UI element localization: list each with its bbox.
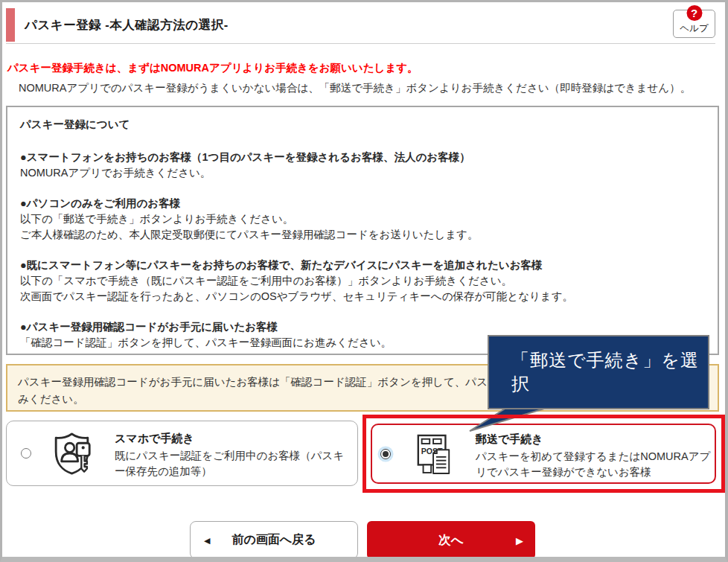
callout-label: 「郵送で手続き」を選択 <box>511 348 708 396</box>
page-frame: パスキー登録 -本人確認方法の選択- ? ヘルプ パスキー登録手続きは、まずはN… <box>0 0 728 562</box>
back-button-label: 前の画面へ戻る <box>232 532 316 548</box>
left-arrow-icon: ◀ <box>204 535 210 545</box>
option-card-smartphone[interactable]: スマホで手続き 既にパスキー認証をご利用中のお客様（パスキー保存先の追加等） <box>6 421 358 486</box>
passkey-shield-key-icon <box>51 432 92 476</box>
section-heading: ●スマートフォンをお持ちのお客様（1つ目のパスキーを登録されるお客様、法人のお客… <box>20 150 705 165</box>
info-section: ●スマートフォンをお持ちのお客様（1つ目のパスキーを登録されるお客様、法人のお客… <box>20 150 705 182</box>
help-button[interactable]: ? ヘルプ <box>673 10 715 38</box>
warning-text: パスキー登録手続きは、まずはNOMURAアプリよりお手続きをお願いいたします。 <box>7 61 418 75</box>
info-box-title: パスキー登録について <box>20 117 705 132</box>
section-line: NOMURAアプリでお手続きください。 <box>20 165 705 182</box>
note-text: NOMURAアプリでのパスキー登録がうまくいかない場合は、「郵送で手続き」ボタン… <box>19 81 691 95</box>
radio-smartphone[interactable] <box>21 448 31 459</box>
right-arrow-icon: ▶ <box>516 534 523 546</box>
section-line: 以下の「郵送で手続き」ボタンよりお手続きください。 <box>20 211 705 228</box>
next-button-label: 次へ <box>438 532 463 549</box>
info-section: ●既にスマートフォン等にパスキーをお持ちのお客様で、新たなデバイスにパスキーを追… <box>20 258 705 305</box>
option-description: 既にパスキー認証をご利用中のお客様（パスキー保存先の追加等） <box>115 448 351 479</box>
option-text: スマホで手続き 既にパスキー認証をご利用中のお客様（パスキー保存先の追加等） <box>115 432 351 479</box>
page-header: パスキー登録 -本人確認方法の選択- ? ヘルプ <box>6 6 715 44</box>
help-question-icon: ? <box>686 5 702 21</box>
back-button[interactable]: ◀ 前の画面へ戻る <box>190 521 358 559</box>
help-button-label: ヘルプ <box>674 22 715 35</box>
option-description: パスキーを初めて登録するまたはNOMURAアプリでパスキー登録ができないお客様 <box>476 449 711 480</box>
next-button[interactable]: 次へ ▶ <box>367 521 535 559</box>
section-line: ご本人様確認のため、本人限定受取郵便にてパスキー登録用確認コードをお送りいたしま… <box>20 227 705 243</box>
section-heading: ●パスキー登録用確認コードがお手元に届いたお客様 <box>20 319 705 335</box>
callout-bubble: 「郵送で手続き」を選択 <box>488 335 709 409</box>
option-title: 郵送で手続き <box>476 432 711 447</box>
section-line: 次画面でパスキー認証を行ったあと、パソコンのOSやブラウザ、セキュリティキーへの… <box>20 289 705 305</box>
section-heading: ●既にスマートフォン等にパスキーをお持ちのお客様で、新たなデバイスにパスキーを追… <box>20 258 705 273</box>
section-line: 以下の「スマホで手続き（既にパスキー認証をご利用中のお客様）」ボタンよりお手続き… <box>20 273 705 290</box>
radio-mail[interactable] <box>380 449 391 459</box>
section-heading: ●パソコンのみをご利用のお客様 <box>20 196 705 211</box>
header-accent-bar <box>6 8 15 42</box>
option-text: 郵送で手続き パスキーを初めて登録するまたはNOMURAアプリでパスキー登録がで… <box>476 432 711 480</box>
info-box: パスキー登録について ●スマートフォンをお持ちのお客様（1つ目のパスキーを登録さ… <box>6 106 719 355</box>
option-title: スマホで手続き <box>115 432 351 446</box>
info-section: ●パソコンのみをご利用のお客様 以下の「郵送で手続き」ボタンよりお手続きください… <box>20 196 705 243</box>
post-mailbox-icon: POST <box>415 433 453 475</box>
page-title: パスキー登録 -本人確認方法の選択- <box>25 17 229 33</box>
